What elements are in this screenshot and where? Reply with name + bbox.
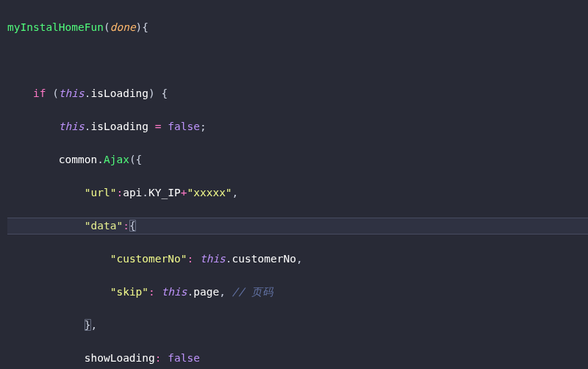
comment-page: // 页码 [232,286,273,298]
prop-showLoading: showLoading [85,352,155,364]
keyword-this: this [59,87,85,99]
bracket-close: } [85,319,91,331]
keyword-this: this [200,253,226,265]
key-skip: "skip" [110,286,148,298]
keyword-if: if [33,87,46,99]
bracket-open: { [129,220,136,232]
code-editor[interactable]: myInstalHomeFun(done){ if (this.isLoadin… [0,0,588,369]
prop-customerNo: customerNo [232,253,296,265]
key-data: "data" [85,220,123,232]
op-colon: : [123,220,129,232]
code-line: this.isLoading = false; [7,118,588,135]
key-url: "url" [85,187,117,198]
code-line: }, [7,317,588,334]
ident-common: common [59,154,97,165]
keyword-this: this [59,121,85,132]
code-line: common.Ajax({ [7,151,588,168]
param-done: done [110,21,136,33]
code-line: myInstalHomeFun(done){ [7,19,588,36]
function-name: myInstalHomeFun [7,21,104,33]
literal-false: false [168,121,200,132]
prop-isLoading: isLoading [91,121,149,132]
code-line: "customerNo": this.customerNo, [7,251,588,268]
key-customerNo: "customerNo" [110,253,187,265]
code-line: "skip": this.page, // 页码 [7,284,588,301]
keyword-this: this [162,286,187,298]
str-xxxxx: "xxxxx" [187,187,232,198]
ident-api: api [123,187,142,198]
op-colon: : [116,187,123,198]
prop-page: page [193,286,219,298]
code-line-highlighted: "data":{ [7,218,588,234]
code-line [7,52,588,69]
method-Ajax: Ajax [104,154,129,165]
code-line: showLoading: false [7,350,588,367]
ident-kyip: KY_IP [148,187,181,198]
literal-false: false [168,352,200,364]
prop-isLoading: isLoading [91,87,149,99]
code-line: if (this.isLoading) { [7,85,588,102]
code-line: "url":api.KY_IP+"xxxxx", [7,184,588,201]
